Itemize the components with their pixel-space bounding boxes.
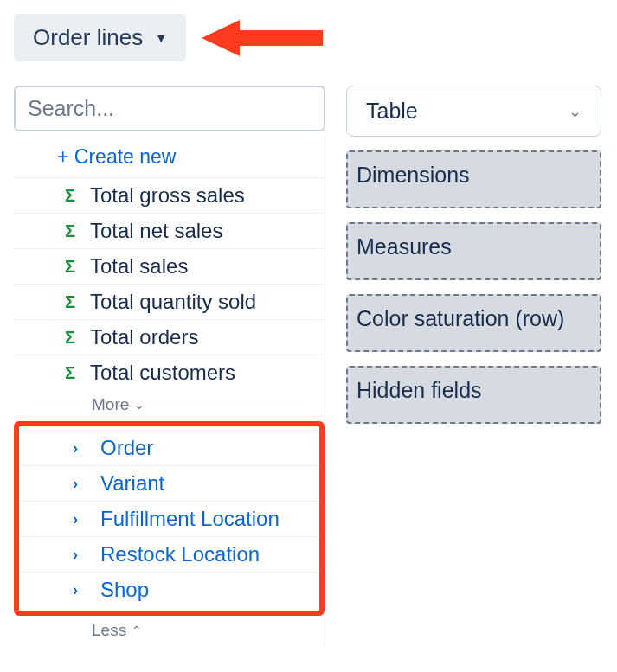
measures-dropzone[interactable]: Measures: [346, 222, 601, 280]
data-source-dropdown[interactable]: Order lines ▼: [14, 14, 186, 61]
sigma-icon: Σ: [62, 292, 78, 312]
sigma-icon: Σ: [62, 221, 78, 241]
metric-row[interactable]: Σ Total quantity sold: [14, 284, 325, 319]
caret-down-icon: ▼: [155, 31, 167, 45]
metric-label: Total gross sales: [90, 183, 245, 208]
hidden-fields-dropzone[interactable]: Hidden fields: [346, 366, 601, 424]
sigma-icon: Σ: [62, 363, 78, 383]
dropzone-label: Hidden fields: [357, 378, 482, 402]
related-groups-highlight: › Order › Variant › Fulfillment Location…: [14, 421, 325, 616]
less-toggle[interactable]: Less ⌃: [14, 616, 325, 645]
group-row[interactable]: › Fulfillment Location: [19, 501, 319, 536]
sigma-icon: Σ: [62, 328, 78, 348]
group-row[interactable]: › Order: [19, 430, 319, 465]
metric-label: Total sales: [90, 254, 188, 278]
color-saturation-dropzone[interactable]: Color saturation (row): [346, 294, 601, 352]
chevron-down-icon: ⌄: [134, 398, 145, 412]
metric-label: Total quantity sold: [90, 290, 256, 314]
metric-row[interactable]: Σ Total gross sales: [14, 177, 325, 213]
group-row[interactable]: › Shop: [19, 572, 319, 607]
group-label: Restock Location: [100, 542, 260, 566]
group-label: Variant: [100, 471, 164, 496]
metric-label: Total orders: [90, 325, 198, 349]
more-toggle[interactable]: More ⌄: [14, 390, 325, 419]
dropzone-label: Color saturation (row): [357, 306, 564, 330]
chevron-right-icon: ›: [73, 510, 88, 528]
more-label: More: [92, 395, 129, 414]
group-row[interactable]: › Restock Location: [19, 536, 319, 572]
metric-label: Total customers: [90, 361, 235, 385]
metric-row[interactable]: Σ Total customers: [14, 355, 325, 390]
create-new-link[interactable]: + Create new: [14, 137, 325, 177]
metric-label: Total net sales: [90, 219, 222, 243]
dropzone-label: Measures: [357, 234, 452, 259]
data-source-label: Order lines: [33, 24, 143, 51]
chevron-right-icon: ›: [73, 475, 88, 493]
visualization-label: Table: [366, 99, 418, 124]
dimensions-dropzone[interactable]: Dimensions: [346, 150, 601, 208]
chevron-up-icon: ⌃: [132, 624, 142, 637]
group-label: Order: [100, 436, 153, 460]
metric-row[interactable]: Σ Total net sales: [14, 213, 325, 248]
group-label: Shop: [100, 578, 149, 602]
search-input[interactable]: [14, 86, 325, 131]
callout-arrow-icon: [202, 16, 323, 60]
group-label: Fulfillment Location: [100, 507, 280, 531]
config-panel: Table ⌄ Dimensions Measures Color satura…: [346, 86, 601, 424]
visualization-select[interactable]: Table ⌄: [346, 86, 601, 137]
chevron-right-icon: ›: [73, 546, 88, 564]
metric-row[interactable]: Σ Total sales: [14, 248, 325, 284]
top-row: Order lines ▼: [14, 14, 603, 61]
chevron-down-icon: ⌄: [569, 102, 582, 121]
dropzone-label: Dimensions: [357, 163, 470, 187]
svg-marker-0: [202, 20, 323, 56]
group-row[interactable]: › Variant: [19, 465, 319, 501]
chevron-right-icon: ›: [73, 581, 88, 599]
sigma-icon: Σ: [62, 257, 78, 277]
metric-row[interactable]: Σ Total orders: [14, 319, 325, 355]
chevron-right-icon: ›: [73, 439, 88, 458]
field-list: + Create new Σ Total gross sales Σ Total…: [14, 137, 325, 645]
less-label: Less: [92, 621, 126, 640]
field-panel: + Create new Σ Total gross sales Σ Total…: [14, 86, 325, 645]
sigma-icon: Σ: [62, 186, 78, 206]
body-row: + Create new Σ Total gross sales Σ Total…: [14, 86, 603, 645]
